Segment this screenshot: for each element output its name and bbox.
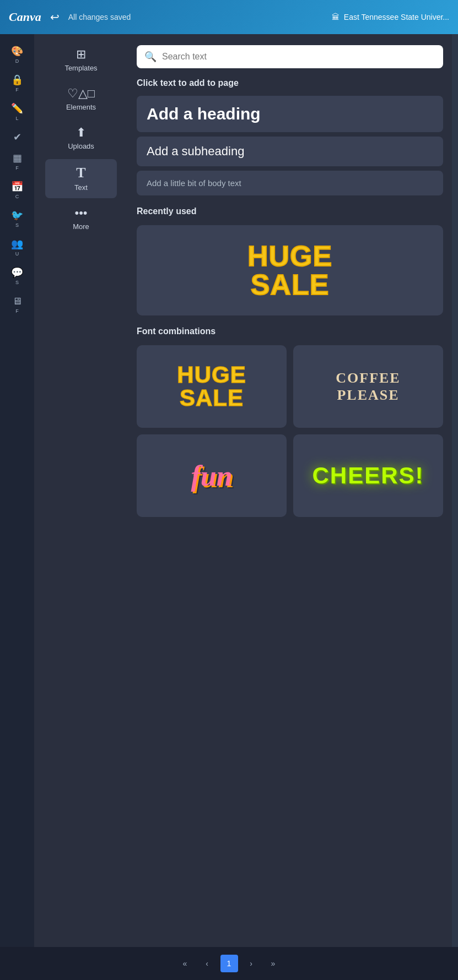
sidebar-icon-grid[interactable]: ▦ F	[0, 148, 34, 176]
page-first-button[interactable]: «	[176, 955, 194, 972]
add-body-button[interactable]: Add a little bit of body text	[137, 171, 443, 195]
click-hint: Click text to add to page	[137, 78, 443, 88]
sidebar-icon-label-f2: F	[15, 165, 19, 171]
sidebar-icon-chat[interactable]: 💬 S	[0, 262, 34, 291]
huge-text-recent: HUGE	[247, 242, 332, 270]
sale-text-recent: SALE	[247, 270, 332, 299]
sale-text-combo: SALE	[177, 386, 246, 410]
font-combinations-title: Font combinations	[137, 326, 443, 336]
huge-sale-recent-text: HUGE SALE	[247, 242, 332, 299]
font-combo-fun-card[interactable]: fun	[137, 434, 287, 517]
undo-icon: ↩	[50, 10, 60, 24]
page-prev-button[interactable]: ‹	[198, 955, 216, 972]
font-combo-coffee-please-card[interactable]: COFFEEPLEASE	[293, 345, 443, 428]
huge-sale-combo-text: HUGE SALE	[177, 363, 246, 410]
search-bar: 🔍	[137, 45, 443, 68]
sidebar-icon-twitter[interactable]: 🐦 S	[0, 205, 34, 233]
sidebar-item-elements[interactable]: ♡△□ Elements	[45, 81, 117, 118]
sidebar-icon-lock[interactable]: 🔒 F	[0, 69, 34, 98]
sidebar-item-more[interactable]: ••• More	[45, 200, 117, 237]
huge-text-combo: HUGE	[177, 363, 246, 386]
monitor-icon: 🖥	[12, 296, 22, 306]
sidebar-icon-label-f3: F	[15, 308, 19, 314]
sidebar-icon-users[interactable]: 👥 U	[0, 233, 34, 262]
sidebar-icon-label-f: F	[15, 87, 19, 92]
text-icon: T	[76, 166, 85, 180]
sidebar-icon-label-d: D	[15, 58, 19, 64]
chat-icon: 💬	[11, 268, 23, 277]
recently-used-huge-sale-card[interactable]: HUGE SALE	[137, 225, 443, 315]
sidebar-icon-calendar[interactable]: 📅 C	[0, 176, 34, 205]
page-next-button[interactable]: ›	[243, 955, 260, 972]
main-sidebar: ⊞ Templates ♡△□ Elements ⬆ Uploads T Tex…	[34, 34, 128, 980]
icon-sidebar: 🎨 D 🔒 F ✏️ L ✔ ▦ F 📅 C 🐦 S 👥 U 💬 S 🖥 F	[0, 34, 34, 980]
recently-used-title: Recently used	[137, 206, 443, 216]
grid-icon: ▦	[13, 153, 22, 163]
sidebar-icon-palette[interactable]: 🎨 D	[0, 41, 34, 69]
sidebar-icon-label-u: U	[15, 251, 19, 257]
lock-icon: 🔒	[11, 75, 23, 85]
text-label: Text	[74, 183, 88, 192]
elements-label: Elements	[66, 103, 96, 111]
header-university: 🏛 East Tennessee State Univer...	[332, 13, 449, 21]
sidebar-item-text[interactable]: T Text	[45, 159, 117, 198]
sidebar-icon-label-l: L	[15, 116, 18, 121]
search-input[interactable]	[162, 52, 435, 62]
page-last-button[interactable]: »	[265, 955, 282, 972]
templates-icon: ⊞	[76, 48, 86, 61]
more-icon: •••	[74, 207, 87, 219]
sidebar-icon-monitor[interactable]: 🖥 F	[0, 291, 34, 319]
calendar-icon: 📅	[11, 182, 23, 192]
edit-icon: ✏️	[11, 104, 23, 113]
sidebar-item-templates[interactable]: ⊞ Templates	[45, 42, 117, 79]
page-1-button[interactable]: 1	[220, 955, 238, 972]
building-icon: 🏛	[332, 13, 340, 21]
text-panel: 🔍 Click text to add to page Add a headin…	[128, 34, 452, 947]
sidebar-icon-label-s2: S	[15, 280, 19, 285]
fun-text: fun	[191, 460, 232, 492]
uploads-label: Uploads	[68, 142, 94, 150]
bottom-bar: « ‹ 1 › »	[0, 947, 458, 980]
add-heading-button[interactable]: Add a heading	[137, 96, 443, 132]
font-combo-cheers-card[interactable]: CHEERS!	[293, 434, 443, 517]
university-name: East Tennessee State Univer...	[344, 13, 449, 21]
elements-icon: ♡△□	[67, 88, 95, 100]
undo-button[interactable]: ↩	[50, 10, 60, 24]
coffee-please-text: COFFEEPLEASE	[336, 369, 400, 404]
sidebar-icon-check[interactable]: ✔	[0, 127, 34, 148]
users-icon: 👥	[11, 239, 23, 249]
font-combo-row-2: fun CHEERS!	[137, 434, 443, 517]
more-label: More	[73, 222, 89, 231]
cheers-text: CHEERS!	[312, 462, 424, 489]
add-subheading-button[interactable]: Add a subheading	[137, 137, 443, 166]
uploads-icon: ⬆	[76, 127, 86, 139]
sidebar-icon-edit[interactable]: ✏️ L	[0, 98, 34, 127]
canva-logo: Canva	[9, 10, 41, 24]
sidebar-item-uploads[interactable]: ⬆ Uploads	[45, 120, 117, 157]
sidebar-icon-label-s: S	[15, 222, 19, 228]
font-combo-row-1: HUGE SALE COFFEEPLEASE	[137, 345, 443, 428]
sidebar-icon-label-c: C	[15, 194, 19, 199]
twitter-icon: 🐦	[11, 210, 23, 220]
save-status: All changes saved	[68, 13, 131, 21]
search-icon: 🔍	[144, 51, 157, 63]
top-bar: Canva ↩ All changes saved 🏛 East Tenness…	[0, 0, 458, 34]
check-icon: ✔	[13, 132, 21, 142]
templates-label: Templates	[64, 64, 97, 72]
font-combo-huge-sale-card[interactable]: HUGE SALE	[137, 345, 287, 428]
palette-icon: 🎨	[11, 46, 23, 56]
